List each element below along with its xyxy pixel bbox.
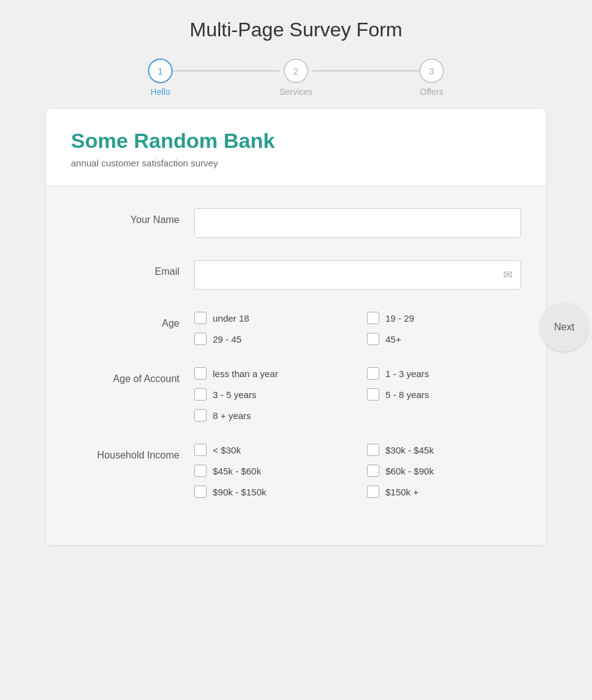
income-under30k[interactable]: < $30k — [194, 444, 348, 456]
email-row: Email ✉ — [71, 260, 521, 290]
name-field-wrapper — [194, 208, 521, 238]
name-input[interactable] — [194, 208, 521, 238]
step-2-label: Services — [279, 87, 313, 97]
income-checkbox-150kplus[interactable] — [367, 486, 379, 498]
acct-age-8plus[interactable]: 8 + years — [194, 409, 348, 421]
email-icon: ✉ — [503, 268, 512, 282]
email-input[interactable] — [194, 260, 521, 290]
income-150kplus-label: $150k + — [385, 487, 419, 497]
age-option-19-29-label: 19 - 29 — [385, 313, 414, 324]
income-checkbox-90-150k[interactable] — [194, 486, 207, 498]
account-age-label: Age of Account — [71, 367, 194, 385]
age-checkbox-29-45[interactable] — [194, 333, 207, 345]
age-option-29-45-label: 29 - 45 — [213, 334, 242, 344]
age-checkbox-19-29[interactable] — [367, 312, 379, 324]
income-90-150k-label: $90k - $150k — [213, 487, 266, 497]
card-body: Your Name Email ✉ Age under 18 — [46, 186, 546, 545]
acct-age-checkbox-5-8[interactable] — [367, 388, 379, 401]
acct-age-5-8-label: 5 - 8 years — [385, 389, 429, 400]
income-label: Household Income — [71, 444, 194, 461]
account-age-checkboxes: less than a year 1 - 3 years 3 - 5 years… — [194, 367, 521, 421]
income-150kplus[interactable]: $150k + — [367, 486, 521, 498]
step-1: 1 Hello — [148, 59, 173, 97]
step-3-label: Offers — [420, 87, 443, 97]
age-checkbox-45plus[interactable] — [367, 333, 379, 345]
age-option-45plus-label: 45+ — [385, 334, 401, 344]
acct-age-checkbox-8plus[interactable] — [194, 409, 207, 421]
acct-age-1-3-label: 1 - 3 years — [385, 368, 429, 379]
age-option-under18-label: under 18 — [213, 313, 249, 324]
acct-age-3-5-label: 3 - 5 years — [213, 389, 257, 400]
income-30-45k-label: $30k - $45k — [385, 445, 434, 455]
step-1-circle: 1 — [148, 59, 173, 83]
income-checkbox-under30k[interactable] — [194, 444, 207, 456]
age-checkbox-under18[interactable] — [194, 312, 207, 324]
step-3-circle: 3 — [419, 59, 444, 83]
age-label: Age — [71, 312, 194, 329]
income-45-60k-label: $45k - $60k — [213, 466, 261, 476]
income-checkbox-45-60k[interactable] — [194, 465, 207, 477]
next-button[interactable]: Next — [540, 303, 589, 352]
acct-age-8plus-label: 8 + years — [213, 410, 251, 421]
income-checkbox-30-45k[interactable] — [367, 444, 379, 456]
acct-age-less-year[interactable]: less than a year — [194, 367, 348, 380]
card-header: Some Random Bank annual customer satisfa… — [46, 109, 546, 186]
age-row: Age under 18 19 - 29 29 - 45 — [71, 312, 521, 345]
acct-age-checkbox-1-3[interactable] — [367, 367, 379, 380]
income-60-90k[interactable]: $60k - $90k — [367, 465, 521, 477]
acct-age-3-5[interactable]: 3 - 5 years — [194, 388, 348, 401]
acct-age-5-8[interactable]: 5 - 8 years — [367, 388, 521, 401]
bank-name: Some Random Bank — [71, 129, 521, 153]
account-age-row: Age of Account less than a year 1 - 3 ye… — [71, 367, 521, 421]
step-3: 3 Offers — [419, 59, 444, 97]
income-90-150k[interactable]: $90k - $150k — [194, 486, 348, 498]
age-option-45plus[interactable]: 45+ — [367, 333, 521, 345]
stepper: 1 Hello 2 Services 3 Offers — [148, 59, 444, 97]
income-checkbox-60-90k[interactable] — [367, 465, 379, 477]
income-row: Household Income < $30k $30k - $45k $45k… — [71, 444, 521, 498]
income-30-45k[interactable]: $30k - $45k — [367, 444, 521, 456]
email-label: Email — [71, 260, 194, 277]
age-option-29-45[interactable]: 29 - 45 — [194, 333, 348, 345]
step-line-2 — [313, 70, 419, 71]
survey-card: Some Random Bank annual customer satisfa… — [46, 109, 546, 545]
age-option-19-29[interactable]: 19 - 29 — [367, 312, 521, 324]
name-label: Your Name — [71, 208, 194, 226]
acct-age-less-year-label: less than a year — [213, 368, 278, 379]
page-title: Multi-Page Survey Form — [190, 18, 403, 41]
acct-age-checkbox-less-year[interactable] — [194, 367, 207, 380]
name-row: Your Name — [71, 208, 521, 238]
income-45-60k[interactable]: $45k - $60k — [194, 465, 348, 477]
step-2-circle: 2 — [284, 59, 308, 83]
income-under30k-label: < $30k — [213, 445, 240, 455]
acct-age-checkbox-3-5[interactable] — [194, 388, 207, 401]
step-line-1 — [173, 70, 279, 71]
income-60-90k-label: $60k - $90k — [385, 466, 434, 476]
email-field-wrapper: ✉ — [194, 260, 521, 290]
income-checkboxes: < $30k $30k - $45k $45k - $60k $60k - $9… — [194, 444, 521, 498]
age-checkboxes: under 18 19 - 29 29 - 45 45+ — [194, 312, 521, 345]
age-option-under18[interactable]: under 18 — [194, 312, 348, 324]
step-2: 2 Services — [279, 59, 313, 97]
step-1-label: Hello — [150, 87, 170, 97]
survey-subtitle: annual customer satisfaction survey — [71, 158, 521, 168]
acct-age-1-3[interactable]: 1 - 3 years — [367, 367, 521, 380]
